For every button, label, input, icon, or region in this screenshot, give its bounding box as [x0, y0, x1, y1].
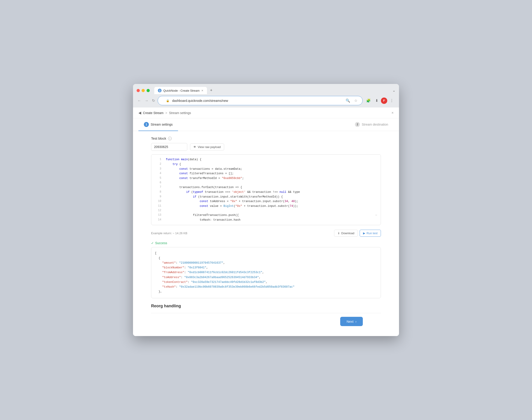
next-button[interactable]: Next › [340, 317, 363, 326]
next-label: Next [346, 319, 354, 323]
download-label: Download [341, 231, 354, 235]
main-content: Test block i 👁 View raw payload 1 functi… [133, 131, 399, 336]
step-2-label: Stream destination [362, 123, 388, 126]
json-bracket-open: [ [155, 251, 377, 256]
code-line-7: 7 transactions.forEach(transaction => { [151, 185, 381, 190]
back-button[interactable]: ← [137, 98, 142, 104]
result-json: [ { "amount": "210000000011970457641637"… [151, 247, 381, 298]
code-line-1: 1 function main(data) { [151, 157, 381, 162]
step-2-number: 2 [355, 122, 360, 127]
extensions-button[interactable]: 🧩 [364, 98, 373, 104]
menu-button[interactable]: ⋮ [388, 98, 395, 104]
code-line-8: 8 if (typeof transaction === 'object' &&… [151, 190, 381, 195]
reload-button[interactable]: ↻ [151, 98, 156, 104]
example-return-text: Example return: ~ 14.26 KB [151, 231, 187, 235]
tabs-bar: Q QuickNode - Create Stream × + [154, 87, 390, 94]
json-txHash: "txHash": "0x32adae119bc00b6070839a0c8f3… [162, 285, 377, 289]
tab-close-button[interactable]: × [201, 89, 203, 92]
info-icon[interactable]: i [168, 137, 172, 140]
wizard-step-1[interactable]: 1 Stream settings [138, 118, 178, 131]
breadcrumb: ◀ Create Stream > Stream settings × [133, 107, 399, 118]
code-line-6: 6 [151, 180, 381, 185]
download-button[interactable]: ⇓ Download [334, 230, 358, 237]
page-content: ◀ Create Stream > Stream settings × 1 St… [133, 107, 399, 336]
browser-collapse-button[interactable]: ⌄ [392, 88, 395, 92]
breadcrumb-current-label: Stream settings [169, 111, 191, 115]
block-number-input[interactable] [151, 143, 187, 151]
download-icon: ⇓ [337, 231, 340, 235]
step-1-label: Stream settings [151, 123, 173, 126]
code-line-5: 5 const transferMethodId = "0xa9059cbb"; [151, 176, 381, 181]
browser-actions: 🧩 ⬇ F ⋮ [364, 98, 395, 104]
code-editor[interactable]: 1 function main(data) { 2 try { 3 const … [151, 154, 381, 225]
bookmark-icon[interactable]: ☆ [353, 98, 359, 104]
search-icon[interactable]: 🔍 [344, 98, 351, 104]
wizard-step-2[interactable]: 2 Stream destination [349, 118, 394, 131]
success-badge: ✓ Success [151, 241, 381, 245]
play-icon: ▶ [363, 231, 365, 235]
new-tab-button[interactable]: + [208, 87, 215, 94]
code-lines: 1 function main(data) { 2 try { 3 const … [151, 155, 381, 225]
url-bar[interactable]: 🔒 dashboard.quicknode.com/streams/new 🔍 … [158, 96, 363, 105]
test-block-label: Test block [151, 136, 166, 140]
code-line-2: 2 try { [151, 162, 381, 167]
code-line-10: 10 const toAddress = "0x" + transaction.… [151, 199, 381, 204]
tab-title: QuickNode - Create Stream [163, 89, 200, 92]
editor-footer: Example return: ~ 14.26 KB ⇓ Download ▶ … [151, 228, 381, 239]
step-1-number: 1 [144, 122, 149, 127]
breadcrumb-close-button[interactable]: × [391, 111, 394, 115]
minimize-traffic-light[interactable] [142, 89, 145, 92]
reorg-handling-title: Reorg handling [151, 304, 381, 308]
code-line-13: 13 filteredTransactions.push({ — [151, 213, 381, 218]
json-toAddress: "toAddress": "0x083c3a2b04267a8baad96525… [162, 275, 377, 280]
address-bar: ← → ↻ 🔒 dashboard.quicknode.com/streams/… [133, 94, 399, 107]
next-arrow-icon: › [355, 319, 357, 323]
test-block-section: Test block i [151, 136, 381, 140]
json-fromAddress: "fromAddress": "0xd1cb0087411f6cb1c02dc2… [162, 270, 377, 275]
traffic-lights [137, 89, 150, 92]
breadcrumb-home-icon: ◀ [138, 111, 141, 115]
success-label: Success [155, 241, 167, 245]
view-raw-button[interactable]: 👁 View raw payload [190, 143, 224, 150]
download-button[interactable]: ⬇ [374, 98, 380, 104]
forward-button[interactable]: → [144, 98, 149, 104]
view-raw-label: View raw payload [198, 145, 221, 149]
json-blockNumber: "blockNumber": "0x13f6041", [162, 265, 377, 270]
json-amount: "amount": "210000000011970457641637", [162, 261, 377, 265]
wizard-steps: 1 Stream settings 2 Stream destination [133, 118, 399, 131]
code-line-3: 3 const transactions = data.streamData; [151, 167, 381, 172]
breadcrumb-home-label[interactable]: Create Stream [143, 111, 164, 115]
code-line-9: 9 if (transaction.input.startsWith(trans… [151, 195, 381, 199]
editor-actions: ⇓ Download ▶ Run test [334, 230, 381, 237]
url-text: dashboard.quicknode.com/streams/new [172, 99, 228, 103]
browser-titlebar: Q QuickNode - Create Stream × + ⌄ [133, 84, 399, 94]
maximize-traffic-light[interactable] [146, 89, 150, 92]
code-line-14: 14 txHash: transaction.hash [151, 218, 381, 223]
browser-tab[interactable]: Q QuickNode - Create Stream × [154, 87, 207, 94]
json-object: { "amount": "210000000011970457641637", … [155, 256, 377, 294]
code-line-11: 11 const value = BigInt("0x" + transacti… [151, 204, 381, 209]
lock-icon: 🔒 [166, 99, 169, 102]
eye-icon: 👁 [193, 145, 196, 149]
code-line-12: 12 [151, 209, 381, 213]
json-tokenContract: "tokenContract": "0xc328a59e7321747aebbc… [162, 280, 377, 285]
run-test-label: Run test [367, 231, 377, 235]
check-icon: ✓ [151, 241, 154, 245]
code-line-4: 4 const filteredTransactions = []; [151, 171, 381, 176]
profile-button[interactable]: F [381, 98, 387, 104]
page-footer: Next › [151, 313, 381, 330]
close-traffic-light[interactable] [137, 89, 140, 92]
breadcrumb-separator: > [165, 111, 167, 115]
run-test-button[interactable]: ▶ Run test [360, 230, 381, 237]
tab-favicon: Q [158, 89, 161, 92]
test-block-controls: 👁 View raw payload [151, 143, 381, 151]
